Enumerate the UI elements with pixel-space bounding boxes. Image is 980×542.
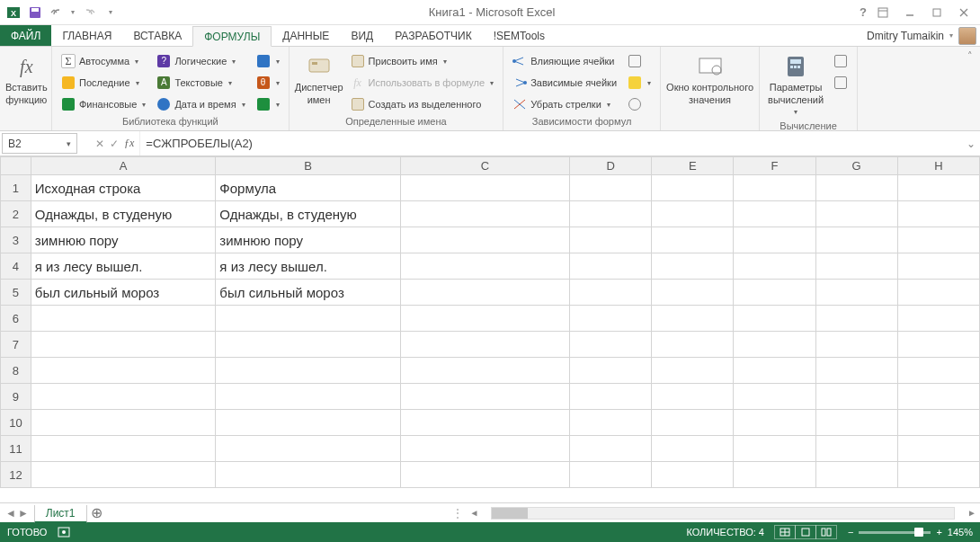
- row-header[interactable]: 11: [1, 436, 31, 462]
- cell[interactable]: был сильный мороз: [31, 280, 216, 306]
- datetime-button[interactable]: Дата и время▾: [153, 94, 248, 114]
- cell[interactable]: я из лесу вышел.: [216, 253, 401, 280]
- cell[interactable]: [897, 201, 979, 227]
- cell[interactable]: [734, 436, 815, 462]
- cell[interactable]: [897, 306, 979, 332]
- cell[interactable]: зимнюю пору: [216, 227, 401, 253]
- enter-formula-icon[interactable]: ✓: [110, 138, 119, 150]
- col-header[interactable]: G: [815, 157, 897, 175]
- row-header[interactable]: 9: [1, 384, 31, 410]
- cell[interactable]: [216, 332, 401, 358]
- show-formulas-button[interactable]: [624, 51, 655, 71]
- cell[interactable]: [652, 253, 734, 280]
- cell[interactable]: [216, 306, 401, 332]
- cell[interactable]: [815, 332, 897, 358]
- cell[interactable]: [897, 410, 979, 436]
- math-button[interactable]: θ▾: [253, 73, 283, 93]
- view-normal-icon[interactable]: [774, 525, 796, 539]
- cell[interactable]: [897, 384, 979, 410]
- text-button[interactable]: AТекстовые▾: [153, 73, 248, 93]
- cell[interactable]: [897, 436, 979, 462]
- cell[interactable]: [652, 227, 734, 253]
- tab-home[interactable]: ГЛАВНАЯ: [51, 25, 122, 46]
- watch-window-button[interactable]: Окно контрольного значения: [664, 49, 755, 109]
- cell[interactable]: [734, 358, 815, 384]
- cell[interactable]: [652, 280, 734, 306]
- cell[interactable]: [400, 410, 569, 436]
- col-header[interactable]: B: [216, 157, 401, 175]
- row-header[interactable]: 6: [1, 306, 31, 332]
- save-icon[interactable]: [25, 3, 45, 22]
- more-functions-button[interactable]: ▾: [253, 94, 283, 114]
- cell[interactable]: [570, 410, 652, 436]
- cell[interactable]: [734, 332, 815, 358]
- cell[interactable]: [652, 358, 734, 384]
- cell[interactable]: [815, 280, 897, 306]
- cell[interactable]: [400, 462, 569, 488]
- cell[interactable]: [31, 332, 216, 358]
- calculation-options-button[interactable]: Параметры вычислений ▾: [763, 49, 828, 120]
- col-header[interactable]: H: [897, 157, 979, 175]
- row-header[interactable]: 7: [1, 332, 31, 358]
- insert-function-button[interactable]: fx Вставить функцию: [4, 49, 49, 109]
- remove-arrows-button[interactable]: Убрать стрелки▾: [509, 94, 620, 114]
- cell[interactable]: [734, 384, 815, 410]
- tab-insert[interactable]: ВСТАВКА: [122, 25, 192, 46]
- cell[interactable]: [570, 227, 652, 253]
- lookup-button[interactable]: ▾: [253, 51, 283, 71]
- cell[interactable]: [570, 358, 652, 384]
- cell[interactable]: [400, 201, 569, 227]
- tab-view[interactable]: ВИД: [340, 25, 384, 46]
- row-header[interactable]: 1: [1, 175, 31, 201]
- row-header[interactable]: 5: [1, 280, 31, 306]
- cell[interactable]: [815, 306, 897, 332]
- cell[interactable]: [400, 280, 569, 306]
- col-header[interactable]: A: [31, 157, 216, 175]
- col-header[interactable]: F: [734, 157, 815, 175]
- add-sheet-icon[interactable]: ⊕: [87, 504, 107, 521]
- formula-input[interactable]: =СЖПРОБЕЛЫ(A2): [139, 131, 962, 155]
- sheet-nav-last-icon[interactable]: ►: [18, 507, 29, 520]
- excel-icon[interactable]: X: [4, 3, 23, 22]
- cell[interactable]: [734, 227, 815, 253]
- cell[interactable]: [897, 253, 979, 280]
- cell[interactable]: [815, 436, 897, 462]
- cell[interactable]: [31, 410, 216, 436]
- define-name-button[interactable]: Присвоить имя▾: [347, 51, 498, 71]
- cell[interactable]: [400, 306, 569, 332]
- cell[interactable]: [570, 332, 652, 358]
- expand-formula-bar-icon[interactable]: ⌄: [962, 131, 980, 155]
- help-icon[interactable]: ?: [860, 5, 867, 19]
- col-header[interactable]: D: [570, 157, 652, 175]
- close-icon[interactable]: [951, 4, 976, 22]
- row-header[interactable]: 12: [1, 462, 31, 488]
- tab-semtools[interactable]: !SEMTools: [483, 25, 556, 46]
- cell[interactable]: [652, 175, 734, 201]
- row-header[interactable]: 2: [1, 201, 31, 227]
- create-from-selection-button[interactable]: Создать из выделенного: [347, 94, 498, 114]
- horizontal-scrollbar[interactable]: ◄ ►: [467, 507, 980, 520]
- cell[interactable]: [570, 384, 652, 410]
- cell[interactable]: [216, 358, 401, 384]
- cell[interactable]: [734, 253, 815, 280]
- cell[interactable]: [897, 332, 979, 358]
- cell[interactable]: [652, 462, 734, 488]
- cell[interactable]: [815, 175, 897, 201]
- cell[interactable]: Исходная строка: [31, 175, 216, 201]
- cell[interactable]: [216, 410, 401, 436]
- use-in-formula-button[interactable]: fxИспользовать в формуле▾: [347, 73, 498, 93]
- cell[interactable]: [570, 175, 652, 201]
- user-account[interactable]: Dmitry Tumaikin ▾: [867, 25, 980, 46]
- cell[interactable]: [570, 201, 652, 227]
- logical-button[interactable]: ?Логические▾: [153, 51, 248, 71]
- cell[interactable]: я из лесу вышел.: [31, 253, 216, 280]
- cell[interactable]: [815, 201, 897, 227]
- tab-data[interactable]: ДАННЫЕ: [272, 25, 340, 46]
- sheet-nav-first-icon[interactable]: ◄: [5, 507, 16, 520]
- cell[interactable]: [400, 358, 569, 384]
- qat-customize-icon[interactable]: ▾: [101, 3, 120, 22]
- zoom-control[interactable]: − + 145%: [848, 527, 973, 538]
- row-header[interactable]: 10: [1, 410, 31, 436]
- collapse-ribbon-icon[interactable]: ˄: [960, 47, 980, 130]
- trace-precedents-button[interactable]: Влияющие ячейки: [509, 51, 620, 71]
